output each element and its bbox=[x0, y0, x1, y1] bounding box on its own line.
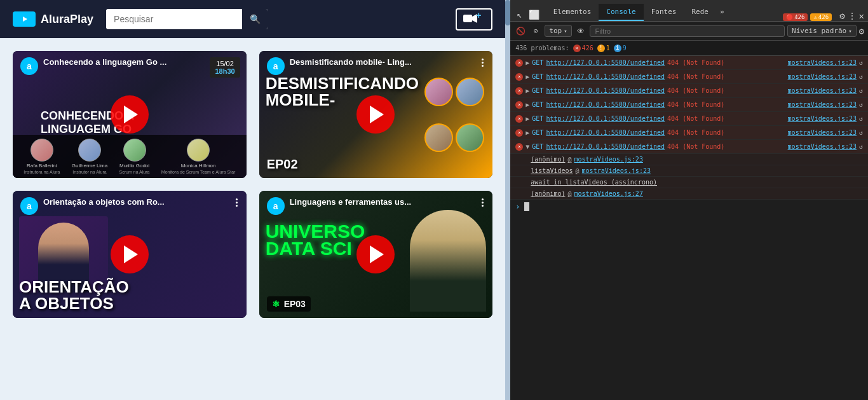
tab-more[interactable]: » bbox=[716, 4, 728, 21]
oo-play-button[interactable] bbox=[111, 235, 149, 273]
url-2[interactable]: http://127.0.0.1:5500/undefined bbox=[546, 73, 665, 80]
file-1[interactable]: mostraVideos.js:23 bbox=[788, 59, 857, 66]
ds-person bbox=[410, 210, 486, 312]
filter-input[interactable] bbox=[590, 25, 785, 37]
tab-console[interactable]: Console bbox=[599, 4, 643, 21]
url-5[interactable]: http://127.0.0.1:5500/undefined bbox=[546, 115, 665, 122]
get-label-7: GET bbox=[532, 143, 543, 150]
file-7[interactable]: mostraVideos.js:23 bbox=[788, 143, 857, 150]
url-1[interactable]: http://127.0.0.1:5500/undefined bbox=[546, 59, 665, 66]
url-3[interactable]: http://127.0.0.1:5500/undefined bbox=[546, 87, 665, 94]
expand-arrow-5[interactable]: ▶ bbox=[526, 115, 529, 122]
instructor-guilherme: Guilherme Lima Instrutor na Alura bbox=[72, 139, 107, 174]
reload-7[interactable]: ↺ bbox=[859, 143, 863, 150]
devtools-close[interactable]: ✕ bbox=[859, 11, 864, 21]
video-card-oo[interactable]: a Orientação a objetos com Ro... ORIENTA… bbox=[13, 191, 247, 318]
warning-count-badge: ⚠ 426 bbox=[810, 13, 832, 21]
mobile-menu-dots[interactable] bbox=[480, 57, 485, 68]
expand-arrow-4[interactable]: ▶ bbox=[526, 101, 529, 108]
console-output[interactable]: ✕ ▶ GET http://127.0.0.1:5500/undefined … bbox=[510, 56, 868, 400]
reload-3[interactable]: ↺ bbox=[859, 87, 863, 94]
mobile-channel-icon: a bbox=[267, 57, 285, 75]
main-app: AluraPlay 🔍 + a bbox=[0, 0, 505, 400]
url-6[interactable]: http://127.0.0.1:5500/undefined bbox=[546, 129, 665, 136]
get-label-4: GET bbox=[532, 101, 543, 108]
instructor-monica: Monica Hillmon Monitora de Scrum Team e … bbox=[161, 139, 236, 174]
url-7[interactable]: http://127.0.0.1:5500/undefined bbox=[546, 143, 665, 150]
stack-trace-2: listaVideos @ mostraVideos.js:23 bbox=[510, 165, 868, 177]
get-label-5: GET bbox=[532, 115, 543, 122]
stack-file-2[interactable]: mostraVideos.js:23 bbox=[582, 167, 651, 174]
console-clear-icon[interactable]: 🚫 bbox=[514, 25, 527, 38]
video-card-mobile[interactable]: a Desmistificando mobile- Ling... DESMIS… bbox=[259, 51, 493, 178]
console-prompt-icon: › bbox=[515, 202, 520, 211]
video-thumb-go: a Conhecendo a linguagem Go ... 15/02 18… bbox=[13, 51, 247, 178]
guilherme-avatar bbox=[78, 139, 101, 162]
devtools-tabs: ↖ ⬜ Elementos Console Fontes Rede » 🔴 42… bbox=[510, 0, 868, 22]
file-3[interactable]: mostraVideos.js:23 bbox=[788, 87, 857, 94]
expand-arrow-1[interactable]: ▶ bbox=[526, 59, 529, 66]
console-settings-icon[interactable]: ⚙ bbox=[859, 26, 864, 36]
stack-trace-3: await in listaVideos (assíncrono) bbox=[510, 177, 868, 188]
upload-button[interactable]: + bbox=[456, 8, 492, 31]
file-5[interactable]: mostraVideos.js:23 bbox=[788, 115, 857, 122]
console-error-row-6: ✕ ▶ GET http://127.0.0.1:5500/undefined … bbox=[510, 126, 868, 140]
ds-play-button[interactable] bbox=[356, 235, 395, 273]
search-button[interactable]: 🔍 bbox=[242, 9, 268, 29]
file-4[interactable]: mostraVideos.js:23 bbox=[788, 101, 857, 108]
info-count: 9 bbox=[623, 45, 627, 52]
devtools-cursor-icon[interactable]: ↖ bbox=[514, 8, 524, 21]
at-label-3: @ bbox=[568, 190, 572, 197]
go-channel-icon: a bbox=[20, 57, 38, 75]
url-4[interactable]: http://127.0.0.1:5500/undefined bbox=[546, 101, 665, 108]
top-context-select[interactable]: top ▾ bbox=[545, 25, 571, 37]
instructor-rafa: Rafa Ballerini Instrutora na Alura bbox=[24, 139, 60, 174]
video-card-ds[interactable]: a Linguagens e ferramentas us... UNIVERS… bbox=[259, 191, 493, 318]
console-block-icon[interactable]: ⊘ bbox=[529, 25, 542, 38]
file-6[interactable]: mostraVideos.js:23 bbox=[788, 129, 857, 136]
ds-title-text: Linguagens e ferramentas us... bbox=[290, 197, 476, 208]
ds-menu-dots[interactable] bbox=[480, 197, 485, 208]
error-dot-6: ✕ bbox=[515, 129, 523, 137]
levels-select[interactable]: Níveis padrão ▾ bbox=[787, 25, 857, 37]
eye-icon[interactable]: 👁 bbox=[574, 25, 587, 38]
status-4: 404 (Not Found) bbox=[667, 101, 724, 108]
camera-icon bbox=[463, 13, 477, 25]
main-scroll-thumb[interactable] bbox=[505, 0, 510, 25]
video-thumb-mobile: a Desmistificando mobile- Ling... DESMIS… bbox=[259, 51, 493, 178]
levels-label: Níveis padrão bbox=[792, 27, 846, 35]
stack-file-3[interactable]: mostraVideos.js:27 bbox=[574, 190, 643, 197]
go-play-button[interactable] bbox=[111, 95, 149, 134]
reload-5[interactable]: ↺ bbox=[859, 115, 863, 122]
expand-arrow-3[interactable]: ▶ bbox=[526, 87, 529, 94]
get-label-2: GET bbox=[532, 73, 543, 80]
reload-2[interactable]: ↺ bbox=[859, 73, 863, 80]
expand-arrow-2[interactable]: ▶ bbox=[526, 73, 529, 80]
error-badge: ✕ 426 bbox=[573, 45, 593, 52]
await-label: await in listaVideos (assíncrono) bbox=[531, 179, 657, 186]
murillo-name: Murillo Godoi bbox=[119, 163, 149, 169]
mobile-play-button[interactable] bbox=[356, 95, 395, 134]
tab-fontes[interactable]: Fontes bbox=[644, 4, 684, 21]
problems-count: 436 problemas: bbox=[515, 45, 569, 52]
tab-elements[interactable]: Elementos bbox=[546, 4, 599, 21]
main-scrollbar[interactable] bbox=[505, 0, 510, 400]
video-thumb-ds: a Linguagens e ferramentas us... UNIVERS… bbox=[259, 191, 493, 318]
error-count: 426 bbox=[582, 45, 593, 52]
devtools-device-icon[interactable]: ⬜ bbox=[526, 8, 542, 21]
devtools-more-options[interactable]: ⋮ bbox=[848, 11, 857, 21]
console-error-row-2: ✕ ▶ GET http://127.0.0.1:5500/undefined … bbox=[510, 70, 868, 84]
search-input[interactable] bbox=[106, 9, 242, 29]
oo-menu-dots[interactable] bbox=[234, 197, 239, 208]
console-input-row: › bbox=[510, 200, 868, 214]
tab-rede[interactable]: Rede bbox=[684, 4, 716, 21]
video-card-go[interactable]: a Conhecendo a linguagem Go ... 15/02 18… bbox=[13, 51, 247, 178]
expand-arrow-7[interactable]: ▼ bbox=[526, 143, 529, 150]
file-2[interactable]: mostraVideos.js:23 bbox=[788, 73, 857, 80]
reload-4[interactable]: ↺ bbox=[859, 101, 863, 108]
reload-6[interactable]: ↺ bbox=[859, 129, 863, 136]
reload-1[interactable]: ↺ bbox=[859, 59, 863, 66]
expand-arrow-6[interactable]: ▶ bbox=[526, 129, 529, 136]
devtools-settings-icon[interactable]: ⚙ bbox=[839, 11, 844, 21]
stack-file-1[interactable]: mostraVideos.js:23 bbox=[574, 156, 643, 163]
